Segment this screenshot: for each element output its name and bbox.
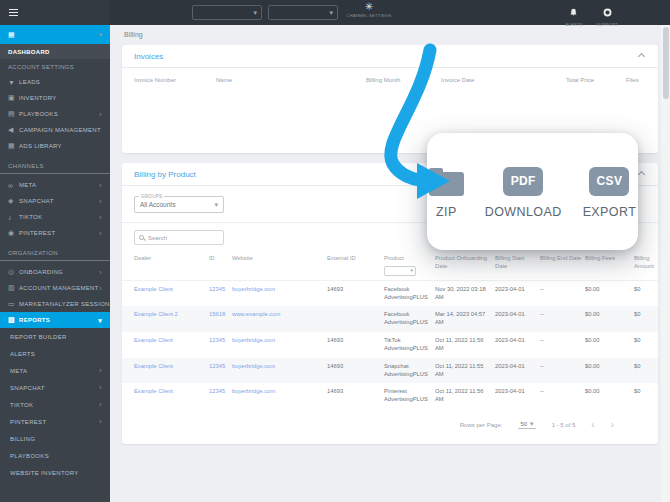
sidebar-item-alerts[interactable]: ALERTS xyxy=(0,345,110,362)
sidebar-item-snapchat[interactable]: SNAPCHAT› xyxy=(0,379,110,396)
column-header-billing-fees: Billing Fees xyxy=(585,255,631,276)
product-filter-select[interactable]: ▾ xyxy=(384,266,416,276)
cell-link-dealer[interactable]: Example Client xyxy=(134,337,206,345)
account-selector[interactable]: ▦ ▾ xyxy=(0,25,110,44)
sidebar-item-pinterest[interactable]: PINTEREST› xyxy=(0,413,110,430)
chevron-right-icon: › xyxy=(99,418,102,425)
cell-link-website[interactable]: buyerbridge.com xyxy=(232,363,324,371)
cell-link-website[interactable]: buyerbridge.com xyxy=(232,286,324,294)
scrollbar-track[interactable] xyxy=(661,25,670,502)
sidebar-item-tiktok[interactable]: TIKTOK› xyxy=(0,396,110,413)
cell-product: Facebook AdvertisingPLUS xyxy=(384,311,432,327)
account-dropdown[interactable]: ▾ xyxy=(192,5,262,20)
sidebar-item-website-inventory[interactable]: WEBSITE INVENTORY xyxy=(0,464,110,481)
sidebar-item-reports[interactable]: ▧REPORTS▾ xyxy=(0,312,110,328)
funnel-icon: ▼ xyxy=(8,79,19,86)
channel-dropdown[interactable]: ▾ xyxy=(268,5,338,20)
sessions-icon: ▭ xyxy=(8,300,19,308)
cell-link-website[interactable]: buyerbridge.com xyxy=(232,337,324,345)
sidebar-item-meta[interactable]: META› xyxy=(0,362,110,379)
channel-settings-button[interactable]: ✳ CHANNEL SETTINGS xyxy=(338,2,400,18)
playbooks-icon: ▤ xyxy=(8,110,19,118)
groups-select[interactable]: GROUPS All Accounts ▾ xyxy=(134,196,224,213)
cell-link-dealer[interactable]: Example Client xyxy=(134,286,206,294)
column-header-total-price: Total Price xyxy=(566,77,626,83)
sidebar-item-label: ACCOUNT SETTINGS xyxy=(8,64,74,70)
callout-item-label: DOWNLOAD xyxy=(485,205,562,219)
table-row: Example Client12345buyerbridge.com14693T… xyxy=(122,332,658,358)
rows-per-page-select[interactable]: 50 ▾ xyxy=(518,420,535,429)
sidebar-item-label: PINTEREST xyxy=(19,230,55,236)
sidebar-toggle-button[interactable] xyxy=(0,0,110,25)
groups-select-value: All Accounts xyxy=(140,201,175,208)
search-input[interactable]: Search xyxy=(134,230,224,245)
next-page-button[interactable]: › xyxy=(611,420,614,430)
cell-link-id[interactable]: 12345 xyxy=(209,337,229,345)
cell-link-id[interactable]: 15618 xyxy=(209,311,229,319)
zip-action[interactable]: ZIP xyxy=(429,165,464,219)
table-row: Example Client 215618www.example.comFace… xyxy=(122,306,658,332)
cell-link-dealer[interactable]: Example Client xyxy=(134,388,206,396)
csv-file-icon: CSV xyxy=(589,167,629,196)
previous-page-button[interactable]: ‹ xyxy=(591,420,594,430)
sidebar-item-label: META xyxy=(19,182,36,188)
cell-billing-start-date: 2023-04-01 xyxy=(495,311,537,319)
cell-billing-end-date: -- xyxy=(540,337,582,345)
sidebar-item-leads[interactable]: ▼LEADS xyxy=(0,74,110,90)
sidebar-item-tiktok[interactable]: ♪TIKTOK› xyxy=(0,209,110,225)
billing-panel-title: Billing by Product xyxy=(134,170,196,179)
sidebar-item-account-settings[interactable]: ACCOUNT SETTINGS xyxy=(0,59,110,74)
sidebar: ▦ ▾ DASHBOARDACCOUNT SETTINGS▼LEADS▣INVE… xyxy=(0,0,110,502)
cell-external-id: 14693 xyxy=(327,286,381,294)
scrollbar-thumb[interactable] xyxy=(663,27,669,99)
cell-link-dealer[interactable]: Example Client xyxy=(134,363,206,371)
tiktok-icon: ♪ xyxy=(8,214,19,221)
sidebar-item-label: SNAPCHAT xyxy=(19,198,54,204)
chevron-down-icon: ▾ xyxy=(410,268,413,273)
onboarding-icon: ◎ xyxy=(8,268,19,276)
sidebar-item-label: ONBOARDING xyxy=(19,269,63,275)
column-header-product-onboarding-date: Product Onboarding Date xyxy=(435,255,492,276)
sidebar-item-pinterest[interactable]: ◉PINTEREST› xyxy=(0,225,110,241)
sidebar-item-onboarding[interactable]: ◎ONBOARDING› xyxy=(0,264,110,280)
sidebar-item-meta[interactable]: ∞META› xyxy=(0,177,110,193)
cell-link-id[interactable]: 12345 xyxy=(209,363,229,371)
callout-item-label: ZIP xyxy=(436,205,457,219)
cell-link-website[interactable]: buyerbridge.com xyxy=(232,388,324,396)
sidebar-item-inventory[interactable]: ▣INVENTORY xyxy=(0,90,110,106)
sidebar-item-campaign-management[interactable]: ◀CAMPAIGN MANAGEMENT xyxy=(0,122,110,138)
rows-per-page-label: Rows per Page: xyxy=(460,422,503,428)
sidebar-item-snapchat[interactable]: ◈SNAPCHAT› xyxy=(0,193,110,209)
sidebar-item-playbooks[interactable]: ▤PLAYBOOKS› xyxy=(0,106,110,122)
sidebar-item-label: ALERTS xyxy=(10,351,35,357)
column-header-dealer: Dealer xyxy=(134,255,206,276)
snapchat-icon: ◈ xyxy=(8,197,19,205)
export-action[interactable]: CSVEXPORT xyxy=(583,165,637,219)
chevron-right-icon: › xyxy=(99,230,102,237)
sidebar-item-dashboard[interactable]: DASHBOARD xyxy=(0,44,110,59)
cell-link-dealer[interactable]: Example Client 2 xyxy=(134,311,206,319)
sidebar-item-billing[interactable]: BILLING xyxy=(0,430,110,447)
cell-billing-amount: $0 xyxy=(634,286,646,294)
sidebar-item-account-management[interactable]: ▥ACCOUNT MANAGEMENT› xyxy=(0,280,110,296)
campaign-icon: ◀ xyxy=(8,126,19,134)
cell-billing-amount: $0 xyxy=(634,388,646,396)
sidebar-item-marketanalyzer-sessions[interactable]: ▭MARKETANALYZER SESSIONS xyxy=(0,296,110,312)
pinterest-icon: ◉ xyxy=(8,229,19,237)
callout-item-label: EXPORT xyxy=(583,205,637,219)
support-button[interactable]: SUPPORT xyxy=(597,3,618,27)
account-management-icon: ▥ xyxy=(8,284,19,292)
sidebar-item-ads-library[interactable]: ▦ADS LIBRARY xyxy=(0,138,110,154)
cell-link-website[interactable]: www.example.com xyxy=(232,311,324,319)
collapse-chevron-icon[interactable] xyxy=(638,53,645,60)
cell-link-id[interactable]: 12345 xyxy=(209,388,229,396)
sidebar-item-playbooks[interactable]: PLAYBOOKS xyxy=(0,447,110,464)
collapse-chevron-icon[interactable] xyxy=(638,171,645,178)
cell-product: Pinterest AdvertisingPLUS xyxy=(384,388,432,404)
cell-billing-start-date: 2023-04-01 xyxy=(495,286,537,294)
sidebar-item-report-builder[interactable]: REPORT BUILDER xyxy=(0,328,110,345)
chevron-down-icon: ▾ xyxy=(98,317,102,324)
download-action[interactable]: PDFDOWNLOAD xyxy=(485,165,562,219)
cell-link-id[interactable]: 12345 xyxy=(209,286,229,294)
alerts-button[interactable]: ALERTS xyxy=(565,3,582,27)
